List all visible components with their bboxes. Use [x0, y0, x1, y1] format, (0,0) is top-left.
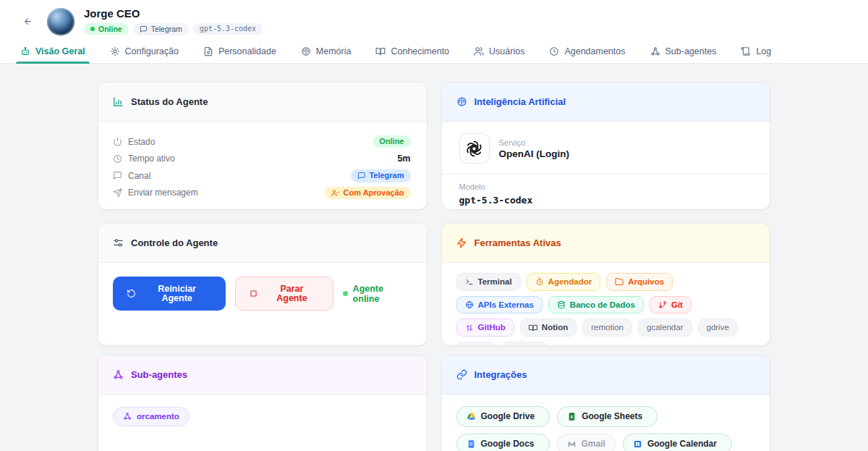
card-title: Integrações: [475, 369, 527, 380]
tool-chip-agendador[interactable]: Agendador: [527, 273, 601, 291]
model-value: gpt-5.3-codex: [459, 195, 753, 206]
zap-icon: [456, 237, 467, 248]
tool-chip-github[interactable]: GitHub: [456, 319, 514, 337]
bar-chart-icon: [113, 96, 124, 107]
integration-chip-gmail[interactable]: Gmail: [557, 434, 616, 451]
page-title: Jorge CEO: [84, 7, 263, 20]
tab-icon: [375, 46, 386, 56]
tab-usuarios[interactable]: Usuários: [474, 40, 524, 63]
control-body: Reiniciar Agente Parar Agente Agente onl…: [98, 263, 427, 324]
integration-brand-icon: [467, 412, 476, 421]
integration-brand-icon: [567, 439, 576, 449]
subagent-chip-icon: [123, 412, 132, 421]
card-title: Ferramentas Ativas: [475, 237, 561, 248]
tab-visao-geral[interactable]: Visão Geral: [20, 40, 85, 63]
status-row-value: Online: [373, 135, 410, 148]
service-value: OpenAI (Login): [499, 148, 569, 159]
tab-configuracao[interactable]: Configuração: [110, 40, 179, 63]
status-row-value: 5m: [397, 154, 410, 164]
tool-chip-gdocs[interactable]: gdocs: [456, 342, 496, 346]
status-row-value: Telegram: [351, 169, 411, 182]
tool-chip-terminal[interactable]: Terminal: [456, 273, 521, 291]
card-header-tools: Ferramentas Ativas: [442, 224, 770, 263]
card-artificial-intelligence: Inteligência Artificial Serviço OpenAI (…: [441, 82, 771, 210]
header-badges: Online Telegram gpt-5.3-codex: [84, 23, 263, 35]
card-agent-status: Status do Agente Estado Online: [98, 82, 427, 210]
tab-icon: [650, 46, 660, 56]
stop-square-icon: [249, 289, 258, 298]
tool-chip-gdrive[interactable]: gdrive: [698, 319, 738, 337]
online-status-label: Online: [98, 25, 122, 33]
card-header-ai: Inteligência Artificial: [442, 83, 770, 122]
tool-chip-banco-de-dados[interactable]: Banco de Dados: [548, 296, 644, 314]
stop-agent-button[interactable]: Parar Agente: [235, 277, 333, 311]
subagent-chips: orcamento: [98, 395, 427, 439]
agent-dashboard-page: Jorge CEO Online Telegram gpt-5.3-codex …: [0, 0, 868, 451]
status-row-canal: Canal Telegram: [113, 167, 411, 185]
agent-online-status: Agente online: [343, 284, 412, 304]
tool-chip-git[interactable]: Git: [650, 296, 692, 314]
tab-conhecimento[interactable]: Conhecimento: [375, 40, 449, 63]
model-label: Modelo: [459, 182, 753, 191]
channel-label: Telegram: [151, 25, 182, 33]
tab-label: Personalidade: [218, 46, 276, 56]
arrow-left-icon: [23, 17, 33, 26]
tab-agendamentos[interactable]: Agendamentos: [549, 40, 625, 63]
tool-chip-arquivos[interactable]: Arquivos: [606, 273, 673, 291]
ai-brain-icon: [456, 96, 467, 107]
model-badge: gpt-5.3-codex: [193, 23, 263, 35]
tab-personalidade[interactable]: Personalidade: [203, 40, 276, 63]
subagent-chip-orcamento[interactable]: orcamento: [113, 407, 190, 426]
tool-chip-remotion[interactable]: remotion: [582, 319, 632, 337]
card-agent-control: Controle do Agente Reiniciar Agente Para…: [98, 223, 427, 346]
rotate-ccw-icon: [127, 289, 136, 298]
tab-icon: [741, 46, 751, 56]
status-row-label: Tempo ativo: [113, 153, 175, 164]
card-header-control: Controle do Agente: [98, 224, 427, 263]
status-row-tempo-ativo: Tempo ativo 5m: [113, 151, 411, 168]
status-row-icon: [113, 171, 122, 180]
card-title: Sub-agentes: [131, 369, 187, 380]
card-header-integrations: Integrações: [442, 355, 770, 395]
tool-chip-apis-externas[interactable]: APIs Externas: [456, 296, 542, 314]
integration-chip-google-calendar[interactable]: Google Calendar: [623, 434, 732, 451]
card-integrations: Integrações Google Drive Google Sheets: [441, 355, 771, 451]
tab-icon: [20, 46, 30, 56]
tab-icon: [203, 46, 213, 56]
tab-icon: [549, 46, 559, 56]
chat-icon: [140, 25, 148, 33]
tab-label: Agendamentos: [564, 46, 625, 56]
integration-chip-google-docs[interactable]: Google Docs: [456, 434, 550, 451]
tool-chip-gcalendar[interactable]: gcalendar: [638, 319, 692, 337]
ai-body: Serviço OpenAI (Login) Modelo gpt-5.3-co…: [442, 122, 770, 206]
integration-chips: Google Drive Google Sheets Google Docs: [442, 395, 770, 451]
integration-chip-google-drive[interactable]: Google Drive: [456, 406, 550, 427]
status-dot-icon: [343, 291, 348, 296]
restart-agent-button[interactable]: Reiniciar Agente: [113, 277, 226, 311]
tool-chip-gsheets[interactable]: gsheets: [501, 342, 548, 346]
card-title: Controle do Agente: [131, 237, 218, 248]
tab-label: Configuração: [125, 46, 179, 56]
tab-icon: [474, 46, 484, 56]
status-row-value: Com Aprovação: [325, 187, 410, 200]
tab-bar: Visão Geral Configuração Personalidade M…: [0, 40, 868, 64]
status-row-label: Estado: [113, 137, 155, 147]
tab-sub-agentes[interactable]: Sub-agentes: [650, 40, 717, 63]
status-row-estado: Estado Online: [113, 133, 411, 151]
divider: [442, 174, 770, 174]
avatar: [47, 8, 75, 35]
status-row-label: Canal: [113, 171, 150, 181]
tool-chip-notion[interactable]: Notion: [520, 319, 576, 337]
tool-chip-icon: [465, 324, 474, 332]
status-row-icon: [113, 188, 122, 198]
status-rows: Estado Online Tempo ativo: [98, 122, 427, 201]
back-button[interactable]: [19, 12, 38, 31]
status-value-icon: [331, 189, 340, 198]
openai-logo-icon: [459, 133, 490, 164]
integration-chip-google-sheets[interactable]: Google Sheets: [557, 406, 658, 427]
tool-chip-icon: [615, 277, 624, 286]
tool-chip-icon: [465, 300, 474, 309]
tab-label: Conhecimento: [391, 46, 449, 56]
tab-log[interactable]: Log: [741, 40, 771, 63]
tab-memoria[interactable]: Memória: [301, 40, 352, 63]
